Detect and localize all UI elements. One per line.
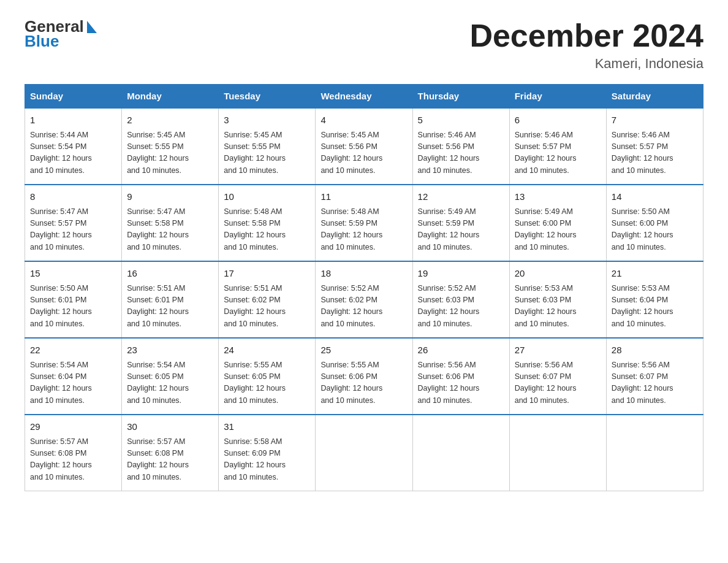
day-number: 30	[127, 420, 213, 434]
calendar-cell: 22Sunrise: 5:54 AMSunset: 6:04 PMDayligh…	[25, 338, 122, 415]
calendar-cell: 27Sunrise: 5:56 AMSunset: 6:07 PMDayligh…	[509, 338, 606, 415]
calendar-cell: 8Sunrise: 5:47 AMSunset: 5:57 PMDaylight…	[25, 185, 122, 261]
page-header: General Blue December 2024 Kameri, Indon…	[25, 18, 703, 72]
calendar-cell: 21Sunrise: 5:53 AMSunset: 6:04 PMDayligh…	[606, 261, 703, 338]
day-number: 23	[127, 343, 213, 358]
day-info: Sunrise: 5:44 AMSunset: 5:54 PMDaylight:…	[30, 131, 92, 175]
day-info: Sunrise: 5:57 AMSunset: 6:08 PMDaylight:…	[30, 437, 92, 481]
day-number: 8	[30, 190, 116, 204]
calendar-week-row: 15Sunrise: 5:50 AMSunset: 6:01 PMDayligh…	[25, 261, 703, 338]
day-info: Sunrise: 5:56 AMSunset: 6:06 PMDaylight:…	[418, 361, 480, 405]
calendar-cell: 11Sunrise: 5:48 AMSunset: 5:59 PMDayligh…	[316, 185, 412, 261]
day-info: Sunrise: 5:53 AMSunset: 6:04 PMDaylight:…	[612, 284, 673, 328]
calendar-table: Sunday Monday Tuesday Wednesday Thursday…	[25, 84, 703, 491]
day-info: Sunrise: 5:56 AMSunset: 6:07 PMDaylight:…	[515, 361, 577, 405]
col-monday: Monday	[122, 85, 219, 109]
calendar-cell: 20Sunrise: 5:53 AMSunset: 6:03 PMDayligh…	[509, 261, 606, 338]
day-info: Sunrise: 5:51 AMSunset: 6:02 PMDaylight:…	[224, 284, 286, 328]
day-info: Sunrise: 5:46 AMSunset: 5:57 PMDaylight:…	[515, 131, 577, 175]
day-info: Sunrise: 5:56 AMSunset: 6:07 PMDaylight:…	[612, 361, 673, 405]
calendar-cell: 19Sunrise: 5:52 AMSunset: 6:03 PMDayligh…	[412, 261, 509, 338]
calendar-cell: 30Sunrise: 5:57 AMSunset: 6:08 PMDayligh…	[122, 415, 219, 491]
calendar-cell: 25Sunrise: 5:55 AMSunset: 6:06 PMDayligh…	[316, 338, 412, 415]
day-number: 6	[515, 113, 601, 128]
calendar-cell: 4Sunrise: 5:45 AMSunset: 5:56 PMDaylight…	[316, 108, 412, 185]
day-number: 4	[320, 113, 407, 128]
day-info: Sunrise: 5:45 AMSunset: 5:55 PMDaylight:…	[224, 131, 286, 175]
day-info: Sunrise: 5:53 AMSunset: 6:03 PMDaylight:…	[515, 284, 577, 328]
day-info: Sunrise: 5:45 AMSunset: 5:55 PMDaylight:…	[127, 131, 189, 175]
calendar-cell: 7Sunrise: 5:46 AMSunset: 5:57 PMDaylight…	[606, 108, 703, 185]
calendar-cell: 10Sunrise: 5:48 AMSunset: 5:58 PMDayligh…	[219, 185, 316, 261]
day-number: 1	[30, 113, 116, 128]
day-info: Sunrise: 5:52 AMSunset: 6:03 PMDaylight:…	[418, 284, 480, 328]
day-number: 26	[418, 343, 504, 358]
col-sunday: Sunday	[25, 85, 122, 109]
day-number: 25	[320, 343, 407, 358]
day-number: 14	[612, 190, 698, 204]
day-number: 29	[30, 420, 116, 434]
day-info: Sunrise: 5:50 AMSunset: 6:00 PMDaylight:…	[612, 207, 673, 251]
day-number: 18	[320, 267, 407, 281]
day-number: 7	[612, 113, 698, 128]
day-info: Sunrise: 5:57 AMSunset: 6:08 PMDaylight:…	[127, 437, 189, 481]
col-wednesday: Wednesday	[316, 85, 412, 109]
day-number: 17	[224, 267, 310, 281]
calendar-cell: 18Sunrise: 5:52 AMSunset: 6:02 PMDayligh…	[316, 261, 412, 338]
calendar-cell: 14Sunrise: 5:50 AMSunset: 6:00 PMDayligh…	[606, 185, 703, 261]
day-number: 9	[127, 190, 213, 204]
day-info: Sunrise: 5:48 AMSunset: 5:59 PMDaylight:…	[320, 207, 382, 251]
calendar-cell: 1Sunrise: 5:44 AMSunset: 5:54 PMDaylight…	[25, 108, 122, 185]
day-number: 28	[612, 343, 698, 358]
calendar-cell: 15Sunrise: 5:50 AMSunset: 6:01 PMDayligh…	[25, 261, 122, 338]
day-info: Sunrise: 5:55 AMSunset: 6:05 PMDaylight:…	[224, 361, 286, 405]
day-number: 27	[515, 343, 601, 358]
day-number: 21	[612, 267, 698, 281]
calendar-cell: 13Sunrise: 5:49 AMSunset: 6:00 PMDayligh…	[509, 185, 606, 261]
day-number: 11	[320, 190, 407, 204]
calendar-cell: 2Sunrise: 5:45 AMSunset: 5:55 PMDaylight…	[122, 108, 219, 185]
day-number: 24	[224, 343, 310, 358]
day-number: 13	[515, 190, 601, 204]
logo: General Blue	[25, 18, 87, 49]
day-info: Sunrise: 5:47 AMSunset: 5:58 PMDaylight:…	[127, 207, 189, 251]
calendar-cell: 16Sunrise: 5:51 AMSunset: 6:01 PMDayligh…	[122, 261, 219, 338]
col-saturday: Saturday	[606, 85, 703, 109]
day-info: Sunrise: 5:55 AMSunset: 6:06 PMDaylight:…	[320, 361, 382, 405]
day-info: Sunrise: 5:54 AMSunset: 6:05 PMDaylight:…	[127, 361, 189, 405]
day-number: 10	[224, 190, 310, 204]
calendar-week-row: 22Sunrise: 5:54 AMSunset: 6:04 PMDayligh…	[25, 338, 703, 415]
calendar-cell: 29Sunrise: 5:57 AMSunset: 6:08 PMDayligh…	[25, 415, 122, 491]
day-info: Sunrise: 5:45 AMSunset: 5:56 PMDaylight:…	[320, 131, 382, 175]
day-number: 2	[127, 113, 213, 128]
calendar-cell: 17Sunrise: 5:51 AMSunset: 6:02 PMDayligh…	[219, 261, 316, 338]
day-number: 16	[127, 267, 213, 281]
calendar-week-row: 29Sunrise: 5:57 AMSunset: 6:08 PMDayligh…	[25, 415, 703, 491]
calendar-cell: 9Sunrise: 5:47 AMSunset: 5:58 PMDaylight…	[122, 185, 219, 261]
day-number: 31	[224, 420, 310, 434]
title-block: December 2024 Kameri, Indonesia	[469, 18, 703, 72]
calendar-cell: 24Sunrise: 5:55 AMSunset: 6:05 PMDayligh…	[219, 338, 316, 415]
day-number: 12	[418, 190, 504, 204]
day-info: Sunrise: 5:52 AMSunset: 6:02 PMDaylight:…	[320, 284, 382, 328]
calendar-cell: 6Sunrise: 5:46 AMSunset: 5:57 PMDaylight…	[509, 108, 606, 185]
day-number: 3	[224, 113, 310, 128]
day-number: 5	[418, 113, 504, 128]
day-info: Sunrise: 5:58 AMSunset: 6:09 PMDaylight:…	[224, 437, 286, 481]
day-info: Sunrise: 5:46 AMSunset: 5:56 PMDaylight:…	[418, 131, 480, 175]
day-number: 19	[418, 267, 504, 281]
col-thursday: Thursday	[412, 85, 509, 109]
calendar-cell: 5Sunrise: 5:46 AMSunset: 5:56 PMDaylight…	[412, 108, 509, 185]
calendar-cell: 31Sunrise: 5:58 AMSunset: 6:09 PMDayligh…	[219, 415, 316, 491]
calendar-title: December 2024	[469, 18, 703, 53]
day-info: Sunrise: 5:49 AMSunset: 6:00 PMDaylight:…	[515, 207, 577, 251]
day-number: 22	[30, 343, 116, 358]
day-info: Sunrise: 5:47 AMSunset: 5:57 PMDaylight:…	[30, 207, 92, 251]
day-info: Sunrise: 5:49 AMSunset: 5:59 PMDaylight:…	[418, 207, 480, 251]
col-tuesday: Tuesday	[219, 85, 316, 109]
day-info: Sunrise: 5:54 AMSunset: 6:04 PMDaylight:…	[30, 361, 92, 405]
col-friday: Friday	[509, 85, 606, 109]
day-info: Sunrise: 5:48 AMSunset: 5:58 PMDaylight:…	[224, 207, 286, 251]
calendar-cell	[606, 415, 703, 491]
calendar-week-row: 1Sunrise: 5:44 AMSunset: 5:54 PMDaylight…	[25, 108, 703, 185]
